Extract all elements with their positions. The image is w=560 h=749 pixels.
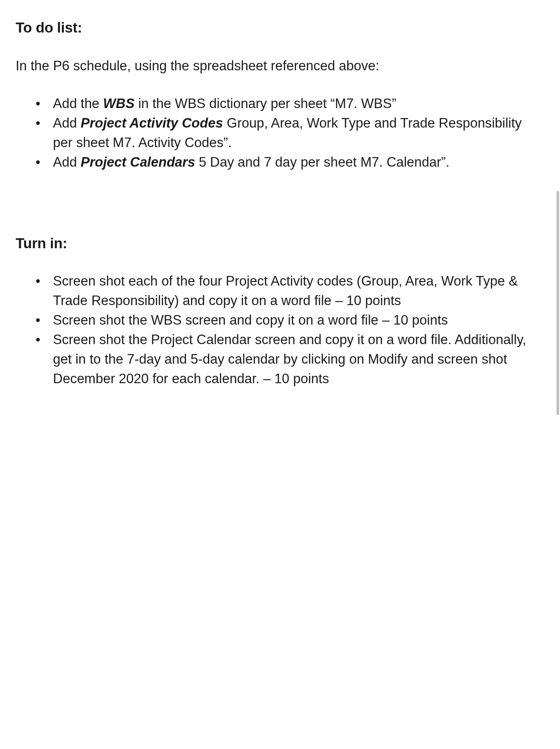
list-item: Screen shot each of the four Project Act… (53, 272, 544, 311)
turnin-list: Screen shot each of the four Project Act… (16, 272, 544, 389)
heading-todo: To do list: (16, 17, 544, 38)
scrollbar-thumb[interactable] (557, 191, 559, 415)
list-item-suffix: 5 Day and 7 day per sheet M7. Calendar”. (195, 154, 449, 170)
heading-turnin: Turn in: (16, 233, 544, 254)
list-item-emphasis: WBS (103, 96, 134, 111)
list-item-emphasis: Project Activity Codes (81, 115, 223, 131)
todo-list: Add the WBS in the WBS dictionary per sh… (16, 94, 544, 172)
list-item-emphasis: Project Calendars (81, 154, 195, 170)
list-item: Add the WBS in the WBS dictionary per sh… (53, 94, 544, 114)
list-item: Screen shot the Project Calendar screen … (53, 330, 544, 389)
list-item: Screen shot the WBS screen and copy it o… (53, 311, 544, 330)
list-item: Add Project Activity Codes Group, Area, … (53, 114, 544, 153)
list-item-prefix: Add (53, 115, 81, 131)
list-item-prefix: Add the (53, 96, 103, 111)
list-item-suffix: in the WBS dictionary per sheet “M7. WBS… (135, 96, 396, 111)
list-item: Add Project Calendars 5 Day and 7 day pe… (53, 153, 544, 172)
intro-paragraph: In the P6 schedule, using the spreadshee… (16, 56, 544, 76)
list-item-prefix: Add (53, 154, 81, 170)
